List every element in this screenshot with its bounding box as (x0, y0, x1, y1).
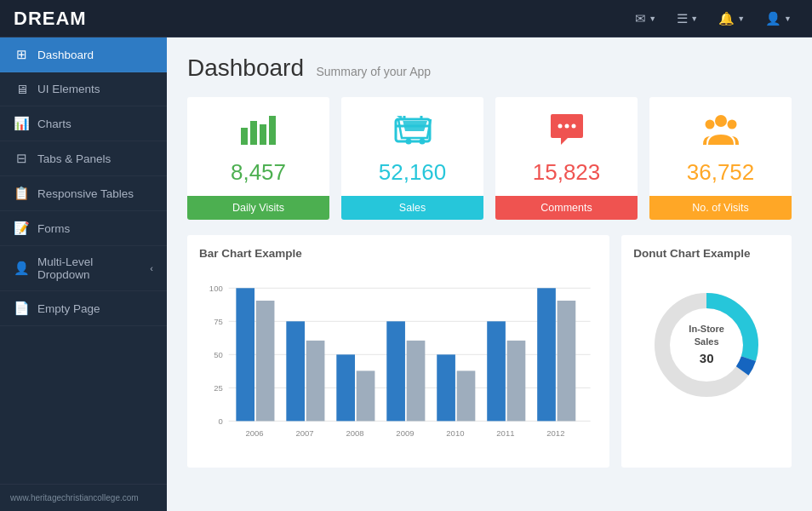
svg-point-10 (558, 124, 562, 129)
tables-icon: 📋 (14, 186, 29, 201)
sidebar-label-tabs: Tabs & Panels (37, 152, 111, 165)
bar-chart-title: Bar Chart Example (199, 247, 598, 260)
svg-text:2011: 2011 (496, 428, 514, 438)
svg-rect-36 (487, 321, 506, 421)
donut-value: 30 (677, 349, 736, 367)
sidebar-label-forms: Forms (37, 222, 70, 235)
charts-icon: 📊 (14, 116, 29, 131)
stat-card-sales: 52,160 Sales (341, 97, 483, 220)
svg-text:2006: 2006 (245, 428, 263, 438)
sidebar-label-ui-elements: UI Elements (37, 83, 100, 95)
sales-icon (353, 112, 472, 154)
sidebar-item-responsive-tables[interactable]: 📋 Responsive Tables (0, 176, 167, 211)
comments-icon (507, 112, 626, 154)
sidebar-footer: www.heritagechristiancollege.com (0, 484, 167, 511)
svg-rect-1 (250, 121, 257, 145)
bell-button[interactable]: 🔔 ▼ (712, 8, 752, 30)
comments-label: Comments (495, 196, 638, 220)
sidebar-label-dropdown: Multi-Level Dropdown (37, 256, 141, 281)
charts-row: Bar Chart Example 100 75 50 25 (187, 235, 792, 468)
page-title: Dashboard (187, 55, 304, 81)
donut-wrapper: In-Store Sales 30 (647, 285, 766, 405)
stats-row: 8,457 Daily Visits (187, 97, 792, 220)
svg-rect-35 (457, 370, 476, 421)
daily-visits-icon (199, 112, 317, 154)
svg-rect-0 (241, 128, 248, 145)
svg-text:50: 50 (214, 350, 223, 359)
svg-point-12 (571, 124, 575, 129)
svg-point-14 (705, 120, 714, 129)
svg-text:25: 25 (214, 383, 223, 393)
daily-visits-value: 8,457 (199, 159, 317, 186)
sidebar-label-charts: Charts (37, 118, 71, 130)
menu-button[interactable]: ☰ ▼ (670, 8, 705, 30)
no-of-visits-value: 36,752 (661, 159, 780, 186)
svg-text:0: 0 (218, 416, 222, 426)
sidebar-item-multi-level-dropdown[interactable]: 👤 Multi-Level Dropdown ‹ (0, 246, 167, 291)
svg-rect-3 (269, 116, 276, 145)
no-of-visits-label: No. of Visits (649, 196, 792, 220)
brand-logo: DREAM (14, 8, 628, 30)
svg-rect-39 (558, 301, 576, 421)
donut-label-text: In-Store Sales (689, 324, 724, 347)
svg-rect-34 (437, 354, 455, 421)
svg-point-9 (419, 139, 425, 145)
bar-chart-card: Bar Chart Example 100 75 50 25 (187, 235, 609, 468)
svg-point-8 (405, 139, 411, 145)
daily-visits-label: Daily Visits (187, 196, 329, 220)
forms-icon: 📝 (14, 221, 29, 236)
svg-text:2012: 2012 (546, 428, 564, 438)
svg-text:100: 100 (209, 284, 223, 293)
stat-card-no-of-visits: 36,752 No. of Visits (649, 97, 792, 220)
svg-point-11 (564, 124, 569, 129)
svg-rect-38 (537, 288, 556, 421)
svg-text:2008: 2008 (346, 428, 363, 438)
donut-chart-area: In-Store Sales 30 (633, 268, 780, 422)
svg-rect-30 (336, 354, 355, 421)
sidebar-item-empty-page[interactable]: 📄 Empty Page (0, 291, 167, 326)
svg-text:2010: 2010 (446, 428, 464, 438)
dropdown-icon: 👤 (14, 261, 29, 276)
tabs-icon: ⊟ (14, 151, 29, 166)
donut-chart-label: In-Store Sales 30 (677, 323, 736, 367)
bar-chart-area: 100 75 50 25 0 (199, 268, 598, 456)
dropdown-arrow: ‹ (150, 263, 153, 273)
bar-chart-svg: 100 75 50 25 0 (199, 268, 598, 456)
svg-rect-29 (306, 341, 325, 422)
sidebar-item-forms[interactable]: 📝 Forms (0, 211, 167, 246)
page-header: Dashboard Summary of your App (187, 55, 792, 82)
svg-rect-28 (286, 321, 305, 421)
sidebar-item-charts[interactable]: 📊 Charts (0, 106, 167, 141)
svg-text:2007: 2007 (295, 428, 313, 438)
user-button[interactable]: 👤 ▼ (758, 8, 798, 30)
svg-text:2009: 2009 (396, 428, 414, 438)
stat-card-comments: 15,823 Comments (495, 97, 638, 220)
sidebar-item-dashboard[interactable]: ⊞ Dashboard (0, 37, 167, 72)
stat-card-daily-visits: 8,457 Daily Visits (187, 97, 329, 220)
mail-button[interactable]: ✉ ▼ (628, 8, 663, 30)
sales-value: 52,160 (353, 159, 472, 186)
sales-label: Sales (341, 196, 483, 220)
svg-rect-33 (407, 341, 426, 422)
main-layout: ⊞ Dashboard 🖥 UI Elements 📊 Charts ⊟ Tab… (0, 37, 812, 511)
sidebar-label-dashboard: Dashboard (37, 49, 94, 61)
svg-rect-31 (357, 370, 375, 421)
sidebar-item-tabs-panels[interactable]: ⊟ Tabs & Panels (0, 141, 167, 176)
navbar: DREAM ✉ ▼ ☰ ▼ 🔔 ▼ 👤 ▼ (0, 0, 812, 37)
sidebar: ⊞ Dashboard 🖥 UI Elements 📊 Charts ⊟ Tab… (0, 37, 167, 511)
donut-chart-title: Donut Chart Example (633, 247, 780, 260)
sidebar-item-ui-elements[interactable]: 🖥 UI Elements (0, 72, 167, 106)
empty-page-icon: 📄 (14, 301, 29, 316)
svg-rect-32 (386, 321, 405, 421)
sidebar-label-empty-page: Empty Page (37, 302, 100, 315)
ui-elements-icon: 🖥 (14, 82, 29, 96)
no-of-visits-icon (661, 112, 780, 154)
sidebar-label-tables: Responsive Tables (37, 187, 134, 200)
svg-point-15 (727, 120, 736, 129)
comments-value: 15,823 (507, 159, 626, 186)
svg-rect-2 (260, 124, 266, 145)
svg-rect-27 (256, 301, 275, 421)
main-content: Dashboard Summary of your App 8,457 Dail… (167, 37, 812, 511)
donut-chart-card: Donut Chart Example (621, 235, 792, 468)
page-subtitle: Summary of your App (316, 65, 431, 78)
